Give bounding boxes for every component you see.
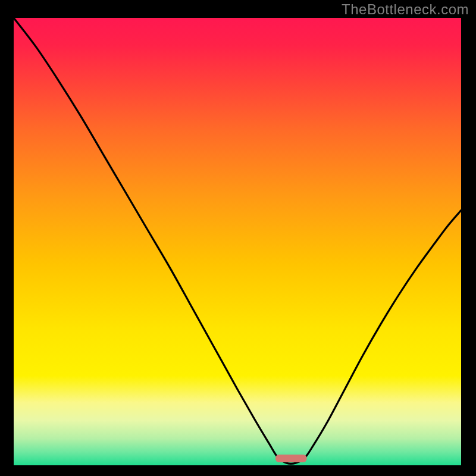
optimal-marker (275, 455, 307, 462)
plot-background (14, 18, 461, 465)
chart-frame: { "watermark": "TheBottleneck.com", "gra… (0, 0, 476, 476)
watermark-text: TheBottleneck.com (342, 1, 469, 18)
bottleneck-chart (0, 0, 476, 476)
